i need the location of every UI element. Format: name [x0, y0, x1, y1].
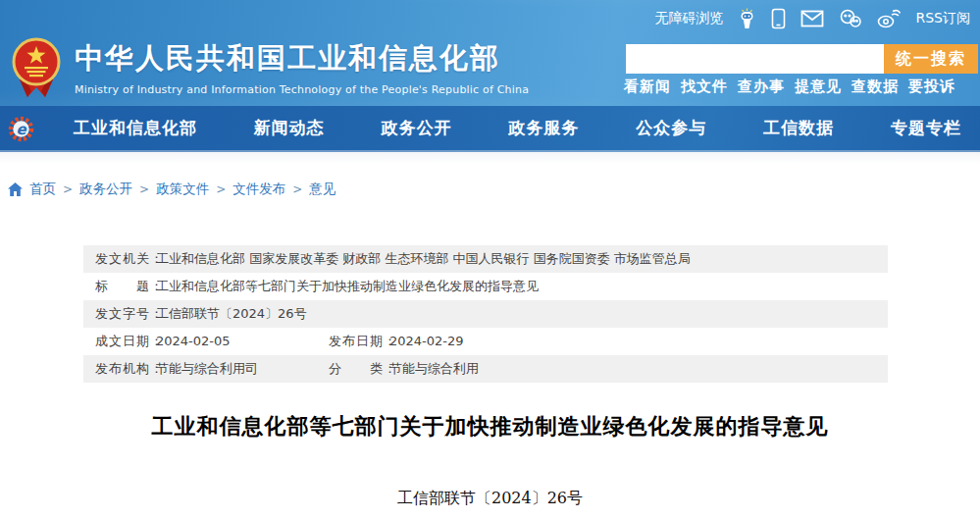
breadcrumb-separator: >: [139, 182, 149, 196]
nav-item-news[interactable]: 新闻动态: [254, 117, 325, 139]
breadcrumb-separator: >: [292, 182, 302, 196]
search-button[interactable]: 统一搜索: [884, 44, 978, 74]
breadcrumb-file-release[interactable]: 文件发布: [232, 181, 285, 198]
robot-mascot-icon[interactable]: [738, 8, 756, 29]
accessibility-link[interactable]: 无障碍浏览: [654, 10, 723, 27]
nav-item-public-participation[interactable]: 公众参与: [636, 117, 706, 139]
meta-label: 成文日期：: [95, 328, 146, 355]
meta-label: 标 题：: [95, 273, 146, 300]
meta-value: 节能与综合利用: [380, 355, 479, 383]
national-emblem-logo: [10, 36, 63, 103]
breadcrumb-policy-files[interactable]: 政策文件: [156, 181, 209, 198]
document-meta-table: 发文机关： 工业和信息化部 国家发展改革委 财政部 生态环境部 中国人民银行 国…: [83, 245, 888, 383]
quick-link-data[interactable]: 查数据: [851, 78, 899, 96]
breadcrumb-separator: >: [216, 182, 226, 196]
quick-link-complaint[interactable]: 要投诉: [908, 78, 955, 96]
meta-row-doc-number: 发文字号： 工信部联节〔2024〕26号: [83, 300, 888, 328]
home-icon: [8, 182, 23, 196]
breadcrumb-gov-affairs[interactable]: 政务公开: [79, 181, 132, 198]
meta-label: 分 类：: [329, 355, 380, 383]
miit-gov-page: 无障碍浏览: [0, 0, 980, 520]
breadcrumb: 首页 > 政务公开 > 政策文件 > 文件发布 > 意见: [8, 181, 335, 198]
nav-item-gov-affairs[interactable]: 政务公开: [382, 117, 452, 139]
quick-link-feedback[interactable]: 提意见: [795, 78, 842, 96]
meta-value: 2024-02-05: [146, 328, 231, 355]
svg-text:e: e: [16, 121, 26, 138]
meta-row-dates: 成文日期： 2024-02-05 发布日期： 2024-02-29: [83, 328, 888, 355]
meta-value: 节能与综合利用司: [146, 355, 258, 383]
breadcrumb-home[interactable]: 首页: [29, 181, 56, 198]
article-doc-number: 工信部联节〔2024〕26号: [0, 489, 980, 509]
breadcrumb-opinions[interactable]: 意见: [309, 181, 335, 198]
unified-search: 统一搜索: [626, 44, 978, 74]
meta-label: 发文机关：: [95, 245, 146, 273]
quick-link-news[interactable]: 看新闻: [624, 78, 671, 96]
site-title-block: 中华人民共和国工业和信息化部 Ministry of Industry and …: [75, 39, 529, 96]
quick-link-files[interactable]: 找文件: [681, 78, 728, 96]
nav-items: 工业和信息化部 新闻动态 政务公开 政务服务 公众参与 工信数据 专题专栏: [74, 106, 961, 150]
article-title: 工业和信息化部等七部门关于加快推动制造业绿色化发展的指导意见: [0, 412, 980, 442]
quick-link-services[interactable]: 查办事: [738, 78, 785, 96]
site-title-en: Ministry of Industry and Information Tec…: [75, 83, 529, 96]
weibo-icon[interactable]: [877, 9, 901, 28]
meta-row-issuing-agency: 发文机关： 工业和信息化部 国家发展改革委 财政部 生态环境部 中国人民银行 国…: [83, 245, 888, 273]
meta-value: 工业和信息化部 国家发展改革委 财政部 生态环境部 中国人民银行 国务院国资委 …: [146, 245, 691, 273]
meta-row-title: 标 题： 工业和信息化部等七部门关于加快推动制造业绿色化发展的指导意见: [83, 273, 888, 300]
primary-nav: e 工业和信息化部 新闻动态 政务公开 政务服务 公众参与 工信数据 专题专栏: [0, 106, 980, 152]
mail-icon[interactable]: [800, 10, 824, 27]
meta-value: 工信部联节〔2024〕26号: [146, 300, 307, 328]
nav-item-gov-services[interactable]: 政务服务: [508, 117, 579, 139]
wechat-icon[interactable]: [839, 9, 862, 28]
rss-link[interactable]: RSS订阅: [915, 10, 970, 27]
nav-item-miit[interactable]: 工业和信息化部: [74, 117, 197, 139]
meta-value: 工业和信息化部等七部门关于加快推动制造业绿色化发展的指导意见: [146, 273, 539, 300]
meta-row-publisher: 发布机构： 节能与综合利用司 分 类： 节能与综合利用: [83, 355, 888, 383]
quick-links: 看新闻 找文件 查办事 提意见 查数据 要投诉: [624, 78, 955, 96]
nav-bottom-strip: [0, 152, 980, 164]
mobile-icon[interactable]: [771, 8, 786, 29]
search-input[interactable]: [626, 44, 884, 74]
breadcrumb-separator: >: [63, 182, 73, 196]
meta-label: 发布日期：: [329, 328, 380, 355]
meta-value: 2024-02-29: [380, 328, 464, 355]
nav-item-special-topics[interactable]: 专题专栏: [891, 117, 961, 139]
utility-topbar: 无障碍浏览: [654, 6, 970, 31]
site-title-cn: 中华人民共和国工业和信息化部: [75, 39, 529, 78]
miit-gear-e-icon: e: [8, 116, 34, 146]
meta-label: 发布机构：: [95, 355, 146, 383]
meta-label: 发文字号：: [95, 300, 146, 328]
site-header: 无障碍浏览: [0, 0, 980, 106]
nav-item-miit-data[interactable]: 工信数据: [763, 117, 834, 139]
